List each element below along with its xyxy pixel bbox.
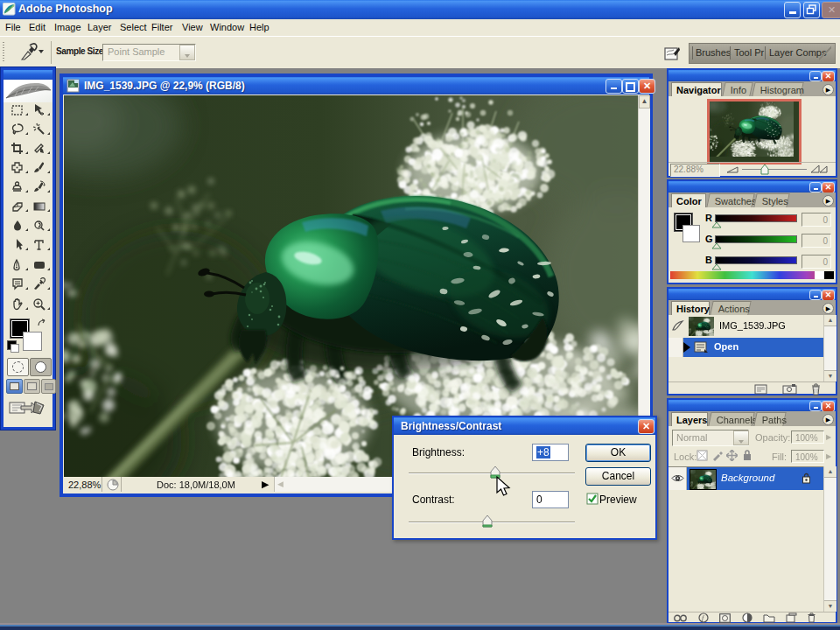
svg-text:f: f xyxy=(702,614,705,622)
